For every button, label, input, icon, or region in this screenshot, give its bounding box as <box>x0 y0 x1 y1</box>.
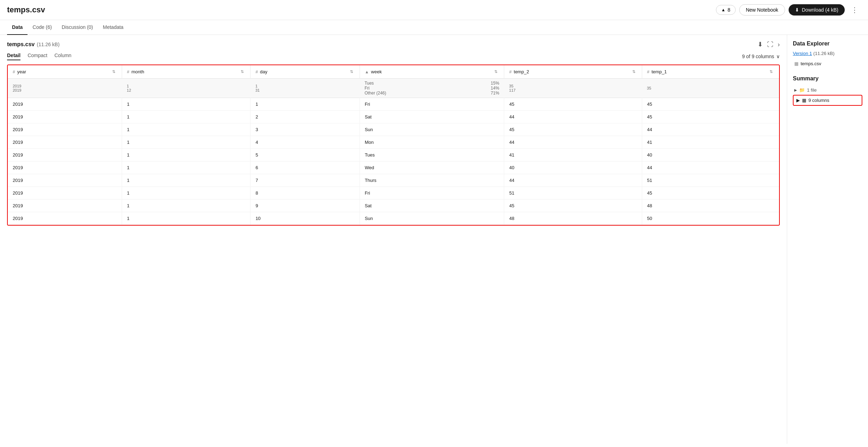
view-tab-compact[interactable]: Compact <box>28 53 47 60</box>
cell-year: 2019 <box>8 136 122 149</box>
cell-week: Fri <box>360 187 504 200</box>
content-area: temps.csv (11.26 kB) ⬇ ⛶ › Detail Compac… <box>0 35 787 444</box>
summary-file-item[interactable]: ▶ 📁 1 file <box>793 85 862 95</box>
tab-data[interactable]: Data <box>7 20 28 35</box>
table-header-row: # year ⇅ # month ⇅ <box>8 65 779 79</box>
cell-temp2: 48 <box>504 212 642 225</box>
cell-year: 2019 <box>8 212 122 225</box>
file-title: temps.csv <box>7 41 35 48</box>
cell-day: 3 <box>251 123 360 136</box>
data-explorer-title: Data Explorer <box>793 41 862 47</box>
vote-button[interactable]: ▲ 8 <box>716 5 736 15</box>
cell-day: 4 <box>251 136 360 149</box>
view-tab-detail[interactable]: Detail <box>7 53 20 60</box>
cell-month: 1 <box>122 98 250 111</box>
col-header-day: # day ⇅ <box>251 65 360 79</box>
columns-count-label: 9 of 9 columns <box>742 54 774 59</box>
view-tabs-bar: Detail Compact Column 9 of 9 columns ∨ <box>7 53 780 60</box>
cell-temp2: 44 <box>504 136 642 149</box>
version-size: (11.26 kB) <box>813 51 834 56</box>
chevron-right-icon-2: ▶ <box>796 98 800 103</box>
columns-count-sidebar: 9 columns <box>808 98 829 103</box>
cell-temp1: 51 <box>642 174 779 187</box>
download-file-icon[interactable]: ⬇ <box>758 41 763 48</box>
main-layout: temps.csv (11.26 kB) ⬇ ⛶ › Detail Compac… <box>0 35 868 444</box>
day-sort-button[interactable]: ⇅ <box>349 69 355 75</box>
cell-temp2: 45 <box>504 123 642 136</box>
summary-day: 1 31 <box>251 79 360 98</box>
col-header-year: # year ⇅ <box>8 65 122 79</box>
cell-month: 1 <box>122 174 250 187</box>
week-tues-label: Tues <box>364 81 374 86</box>
year-col-icon: # <box>13 69 15 74</box>
file-count-label: 1 file <box>807 87 816 93</box>
cell-temp1: 44 <box>642 161 779 174</box>
next-icon[interactable]: › <box>778 41 780 48</box>
expand-icon[interactable]: ⛶ <box>767 41 773 48</box>
temp2-sort-button[interactable]: ⇅ <box>631 69 637 75</box>
table-icon: ▦ <box>794 61 798 66</box>
cell-month: 1 <box>122 111 250 123</box>
view-tabs-left: Detail Compact Column <box>7 53 71 60</box>
cell-day: 6 <box>251 161 360 174</box>
summary-temp1: 35 <box>642 79 779 98</box>
col-header-month: # month ⇅ <box>122 65 250 79</box>
cell-year: 2019 <box>8 187 122 200</box>
tab-metadata[interactable]: Metadata <box>98 20 128 35</box>
summary-header-row: 2019 2019 1 12 1 31 T <box>8 79 779 98</box>
version-link[interactable]: Version 1 <box>793 51 812 56</box>
cell-month: 1 <box>122 187 250 200</box>
summary-title: Summary <box>793 75 862 82</box>
week-sort-button[interactable]: ⇅ <box>493 69 499 75</box>
week-fri-pct: 14% <box>491 86 499 91</box>
summary-columns-item[interactable]: ▶ ▦ 9 columns <box>793 95 862 106</box>
file-header: temps.csv (11.26 kB) ⬇ ⛶ › <box>7 41 780 48</box>
table-row: 2019 1 4 Mon 44 41 <box>8 136 779 149</box>
cell-day: 10 <box>251 212 360 225</box>
cell-month: 1 <box>122 161 250 174</box>
tab-code[interactable]: Code (6) <box>28 20 56 35</box>
more-options-button[interactable]: ⋮ <box>848 4 861 16</box>
table-row: 2019 1 9 Sat 45 48 <box>8 200 779 212</box>
vote-count: 8 <box>728 7 730 13</box>
columns-selector[interactable]: 9 of 9 columns ∨ <box>742 54 780 59</box>
year-sort-button[interactable]: ⇅ <box>111 69 117 75</box>
view-tab-column[interactable]: Column <box>54 53 71 60</box>
main-tabs-bar: Data Code (6) Discussion (0) Metadata <box>0 20 868 35</box>
sidebar-file-item: ▦ temps.csv <box>793 59 862 68</box>
cell-week: Sun <box>360 123 504 136</box>
week-fri-label: Fri <box>364 86 369 91</box>
cell-month: 1 <box>122 149 250 161</box>
cell-year: 2019 <box>8 200 122 212</box>
cell-day: 8 <box>251 187 360 200</box>
cell-week: Mon <box>360 136 504 149</box>
table-row: 2019 1 10 Sun 48 50 <box>8 212 779 225</box>
table-row: 2019 1 2 Sat 44 45 <box>8 111 779 123</box>
col-header-week: ▲ week ⇅ <box>360 65 504 79</box>
folder-icon: 📁 <box>799 87 805 93</box>
cell-temp1: 45 <box>642 187 779 200</box>
cell-temp2: 44 <box>504 111 642 123</box>
cell-year: 2019 <box>8 149 122 161</box>
cell-week: Tues <box>360 149 504 161</box>
cell-temp1: 48 <box>642 200 779 212</box>
cell-year: 2019 <box>8 161 122 174</box>
month-sort-button[interactable]: ⇅ <box>239 69 245 75</box>
cell-week: Sat <box>360 200 504 212</box>
week-other-pct: 71% <box>491 91 499 96</box>
new-notebook-button[interactable]: New Notebook <box>739 4 785 16</box>
table-row: 2019 1 1 Fri 45 45 <box>8 98 779 111</box>
cell-week: Wed <box>360 161 504 174</box>
temp1-sort-button[interactable]: ⇅ <box>768 69 774 75</box>
cell-temp2: 41 <box>504 149 642 161</box>
tab-discussion[interactable]: Discussion (0) <box>57 20 98 35</box>
cell-month: 1 <box>122 200 250 212</box>
year-col-label: year <box>17 69 26 74</box>
cell-day: 5 <box>251 149 360 161</box>
file-actions: ⬇ ⛶ › <box>758 41 780 48</box>
download-button[interactable]: ⬇ Download (4 kB) <box>789 4 845 16</box>
temp1-col-icon: # <box>647 69 650 74</box>
sidebar-file-name: temps.csv <box>801 61 821 66</box>
week-col-label: week <box>371 69 382 74</box>
cell-day: 7 <box>251 174 360 187</box>
